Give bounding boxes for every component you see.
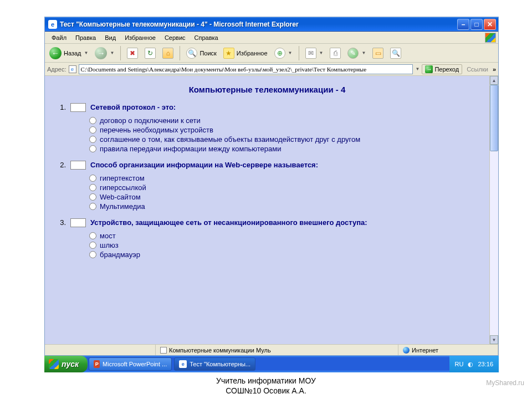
option[interactable]: соглашение о том, как связываемые объект…: [89, 135, 478, 144]
option[interactable]: брандмауэр: [89, 250, 478, 259]
watermark: MyShared.ru: [486, 379, 524, 387]
chevron-down-icon[interactable]: ▼: [416, 66, 420, 71]
scroll-down-button[interactable]: ▼: [490, 335, 498, 344]
option-label: соглашение о том, как связываемые объект…: [100, 135, 360, 144]
vertical-scrollbar[interactable]: ▲ ▼: [489, 76, 498, 344]
windows-logo-icon: [49, 359, 59, 369]
radio-input[interactable]: [89, 175, 96, 182]
option[interactable]: гипертекстом: [89, 174, 478, 182]
start-button[interactable]: пуск: [44, 356, 88, 372]
option-label: гипертекстом: [100, 174, 145, 182]
ie-icon: e: [48, 20, 57, 29]
clock[interactable]: 23:16: [478, 361, 493, 367]
window-title: Тест "Компьютерные телекоммуникации - 4"…: [60, 21, 457, 28]
minimize-button[interactable]: –: [457, 19, 469, 30]
page-icon: [160, 347, 167, 354]
menu-tools[interactable]: Сервис: [160, 33, 190, 42]
chevron-right-icon[interactable]: »: [493, 66, 496, 73]
statusbar: Компьютерные коммуникации Муль Интернет: [45, 344, 498, 355]
taskbar-item-ie[interactable]: e Тест "Компьютерны...: [174, 357, 255, 371]
option[interactable]: мост: [89, 232, 478, 240]
radio-input[interactable]: [89, 242, 96, 249]
media-icon: ⊕: [274, 48, 285, 59]
answer-box[interactable]: [70, 103, 86, 112]
discuss-button[interactable]: ▭: [370, 46, 386, 60]
back-icon: ←: [49, 47, 62, 59]
radio-input[interactable]: [89, 136, 96, 143]
status-center: Компьютерные коммуникации Муль: [156, 345, 398, 355]
stop-icon: ✖: [127, 48, 138, 59]
menu-view[interactable]: Вид: [100, 33, 120, 42]
system-tray[interactable]: RU ◐ 23:16: [449, 356, 499, 372]
windows-flag-icon: [485, 33, 496, 43]
close-button[interactable]: ✕: [484, 19, 496, 30]
menu-edit[interactable]: Правка: [71, 33, 100, 42]
go-button[interactable]: → Переход: [422, 64, 462, 74]
edit-button[interactable]: ✎▼: [345, 46, 368, 60]
address-input[interactable]: [79, 64, 413, 74]
media-button[interactable]: ⊕▼: [272, 46, 295, 60]
menu-help[interactable]: Справка: [190, 33, 223, 42]
radio-input[interactable]: [89, 184, 96, 191]
tray-icon[interactable]: ◐: [468, 361, 473, 368]
taskbar-item-powerpoint[interactable]: P Microsoft PowerPoint ...: [89, 357, 172, 371]
chevron-down-icon: ▼: [361, 50, 366, 55]
back-button[interactable]: ← Назад ▼: [47, 46, 90, 60]
ie-icon: e: [179, 360, 187, 368]
start-label: пуск: [62, 360, 79, 369]
answer-box[interactable]: [70, 218, 86, 227]
question-2: 2. Способ организации информации на Web-…: [56, 161, 478, 211]
question-number: 2.: [56, 161, 66, 169]
chevron-down-icon: ▼: [319, 50, 324, 55]
scroll-track[interactable]: [490, 85, 498, 335]
maximize-button[interactable]: □: [470, 19, 483, 30]
menubar: Файл Правка Вид Избранное Сервис Справка: [45, 32, 498, 44]
scroll-thumb[interactable]: [490, 85, 498, 151]
option[interactable]: шлюз: [89, 241, 478, 249]
menu-favorites[interactable]: Избранное: [120, 33, 160, 42]
question-number: 1.: [56, 103, 66, 111]
mail-button[interactable]: ✉▼: [303, 46, 326, 60]
addressbar: Адрес: e ▼ → Переход Ссылки »: [45, 63, 498, 76]
question-text: Способ организации информации на Web-сер…: [90, 161, 318, 169]
links-label[interactable]: Ссылки: [464, 66, 490, 73]
refresh-icon: ↻: [145, 48, 156, 59]
answer-box[interactable]: [70, 161, 86, 170]
language-indicator[interactable]: RU: [455, 361, 464, 367]
option[interactable]: Web-сайтом: [89, 193, 478, 201]
option[interactable]: гиперссылкой: [89, 183, 478, 192]
status-text: Компьютерные коммуникации Муль: [169, 347, 271, 354]
print-button[interactable]: ⎙: [328, 46, 343, 60]
option[interactable]: договор о подключении к сети: [89, 116, 478, 125]
refresh-button[interactable]: ↻: [142, 46, 158, 60]
edit-icon: ✎: [347, 48, 359, 59]
radio-input[interactable]: [89, 126, 96, 134]
radio-input[interactable]: [89, 145, 96, 152]
forward-button[interactable]: → ▼: [93, 46, 116, 60]
scroll-up-button[interactable]: ▲: [490, 76, 498, 85]
chevron-down-icon: ▼: [84, 50, 89, 55]
forward-icon: →: [95, 47, 107, 59]
option-label: мост: [100, 232, 116, 240]
option-label: договор о подключении к сети: [100, 116, 201, 125]
option[interactable]: перечень необходимых устройств: [89, 126, 478, 134]
go-label: Переход: [434, 66, 459, 73]
home-button[interactable]: ⌂: [160, 46, 176, 60]
option-label: шлюз: [100, 241, 119, 249]
radio-input[interactable]: [89, 251, 96, 258]
favorites-button[interactable]: ★ Избранное: [221, 46, 270, 60]
search-label: Поиск: [200, 50, 216, 57]
content-area: Компьютерные телекоммуникации - 4 1. Сет…: [45, 76, 498, 344]
radio-input[interactable]: [89, 117, 96, 124]
option[interactable]: Мультимедиа: [89, 202, 478, 211]
question-1: 1. Сетевой протокол - это: договор о под…: [56, 103, 478, 153]
stop-button[interactable]: ✖: [125, 46, 140, 60]
radio-input[interactable]: [89, 203, 96, 210]
option[interactable]: правила передачи информации между компью…: [89, 145, 478, 153]
radio-input[interactable]: [89, 232, 96, 239]
search-button[interactable]: 🔍 Поиск: [184, 46, 218, 60]
radio-input[interactable]: [89, 193, 96, 201]
powerpoint-icon: P: [94, 360, 100, 368]
menu-file[interactable]: Файл: [47, 33, 71, 42]
research-button[interactable]: 🔍: [388, 46, 403, 60]
